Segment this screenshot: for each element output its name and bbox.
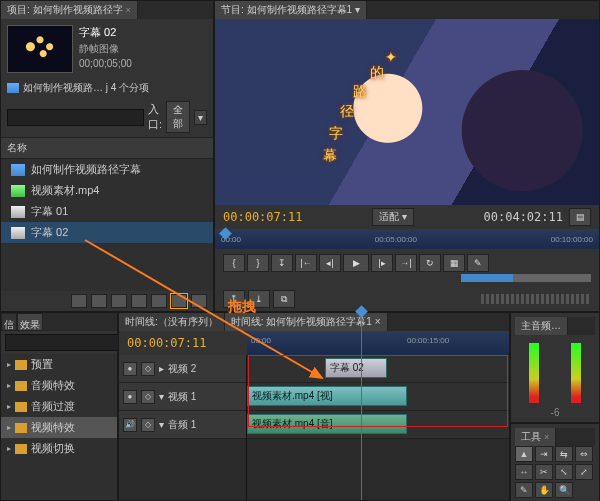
audio-mixer-tab[interactable]: 主音频…: [515, 317, 568, 335]
new-bin-button[interactable]: [151, 294, 167, 308]
asset-list: 如何制作视频路径字幕 视频素材.mp4 字幕 01 字幕 02: [1, 159, 213, 291]
project-search-input[interactable]: [7, 109, 144, 126]
entry-dropdown[interactable]: 全部: [166, 101, 190, 133]
selection-tool[interactable]: ▲: [515, 446, 533, 462]
audio-meter: [571, 343, 581, 403]
timeline-ruler[interactable]: 00:00 00:00:15:00: [247, 331, 509, 355]
program-viewport[interactable]: ✦ 的 路 径 字 幕: [215, 19, 599, 205]
asset-item[interactable]: 字幕 01: [1, 201, 213, 222]
lift-button[interactable]: ⤒: [223, 290, 245, 308]
effects-folder[interactable]: ▸音频过渡: [1, 396, 117, 417]
effects-folder[interactable]: ▸音频特效: [1, 375, 117, 396]
goto-in-button[interactable]: |←: [295, 254, 317, 272]
clip-kind: 静帧图像: [79, 42, 132, 56]
auto-button[interactable]: [111, 294, 127, 308]
folder-icon: [7, 83, 19, 93]
total-timecode: 00:04:02:11: [484, 210, 563, 224]
track-lane[interactable]: 视频素材.mp4 [音]: [247, 411, 509, 439]
safe-margin-button[interactable]: ▦: [443, 254, 465, 272]
tools-tab[interactable]: 工具×: [515, 428, 556, 446]
track-lane[interactable]: 字幕 02: [247, 355, 509, 383]
set-in-button[interactable]: ↧: [271, 254, 293, 272]
track-toggle-output-button[interactable]: ●: [123, 362, 137, 376]
zoom-dropdown[interactable]: 适配 ▾: [372, 208, 414, 226]
step-back-button[interactable]: ◂|: [319, 254, 341, 272]
timeline-playhead[interactable]: [361, 313, 362, 500]
track-header[interactable]: ● ◇ ▸视频 2: [119, 355, 246, 383]
effects-tab[interactable]: 效果: [17, 313, 43, 331]
timeline-clip-title[interactable]: 字幕 02: [325, 358, 387, 378]
effects-folder[interactable]: ▸视频切换: [1, 438, 117, 459]
rate-stretch-tool[interactable]: ↔: [515, 464, 533, 480]
effects-folder[interactable]: ▸预置: [1, 354, 117, 375]
track-header[interactable]: ● ◇ ▾视频 1: [119, 383, 246, 411]
list-view-button[interactable]: [71, 294, 87, 308]
project-icon: [11, 164, 25, 176]
close-icon[interactable]: ×: [126, 5, 131, 15]
title-icon: [11, 206, 25, 218]
timeline-timecode[interactable]: 00:00:07:11: [127, 336, 206, 350]
folder-icon: [15, 381, 27, 391]
asset-item[interactable]: 如何制作视频路径字幕: [1, 159, 213, 180]
step-fwd-button[interactable]: |▸: [371, 254, 393, 272]
icon-view-button[interactable]: [91, 294, 107, 308]
clip-name: 字幕 02: [79, 25, 132, 40]
zoom-tool[interactable]: 🔍: [555, 482, 573, 498]
mark-in-button[interactable]: {: [223, 254, 245, 272]
bin-info: 如何制作视频路… j 4 个分项: [23, 81, 149, 95]
folder-icon: [15, 444, 27, 454]
column-header-name[interactable]: 名称: [1, 137, 213, 159]
goto-out-button[interactable]: →|: [395, 254, 417, 272]
clip-duration: 00;00;05;00: [79, 58, 132, 69]
loop-button[interactable]: ↻: [419, 254, 441, 272]
timeline-clip-audio[interactable]: 视频素材.mp4 [音]: [247, 414, 407, 434]
clip-thumbnail: [7, 25, 73, 73]
video-icon: [11, 185, 25, 197]
folder-icon: [15, 423, 27, 433]
timeline-tab-empty[interactable]: 时间线:（没有序列）: [119, 313, 225, 331]
extract-button[interactable]: ⤓: [248, 290, 270, 308]
asset-item[interactable]: 字幕 02: [1, 222, 213, 243]
project-tab[interactable]: 项目: 如何制作视频路径字×: [1, 1, 138, 19]
effects-tree: ▸预置 ▸音频特效 ▸音频过渡 ▸视频特效 ▸视频切换: [1, 354, 117, 500]
new-item-button[interactable]: [171, 294, 187, 308]
entry-label: 入口:: [148, 102, 162, 132]
folder-icon: [15, 360, 27, 370]
info-tab[interactable]: 信: [1, 313, 17, 331]
track-mute-button[interactable]: 🔊: [123, 418, 137, 432]
db-label: -6: [515, 407, 595, 418]
track-select-tool[interactable]: ⇥: [535, 446, 553, 462]
asset-item[interactable]: 视频素材.mp4: [1, 180, 213, 201]
slip-tool[interactable]: ⤡: [555, 464, 573, 480]
shuttle-slider[interactable]: [461, 274, 591, 282]
entry-caret-icon[interactable]: ▾: [194, 110, 207, 125]
razor-tool[interactable]: ✂: [535, 464, 553, 480]
track-header[interactable]: 🔊 ◇ ▾音频 1: [119, 411, 246, 439]
track-toggle-output-button[interactable]: ●: [123, 390, 137, 404]
play-button[interactable]: ▶: [343, 254, 369, 272]
folder-icon: [15, 402, 27, 412]
output-button[interactable]: ▤: [569, 208, 591, 226]
track-lock-button[interactable]: ◇: [141, 390, 155, 404]
trash-button[interactable]: [191, 294, 207, 308]
ripple-tool[interactable]: ⇆: [555, 446, 573, 462]
jog-wheel[interactable]: [481, 294, 591, 304]
slide-tool[interactable]: ⤢: [575, 464, 593, 480]
rolling-tool[interactable]: ⇔: [575, 446, 593, 462]
hand-tool[interactable]: ✋: [535, 482, 553, 498]
title-icon: [11, 227, 25, 239]
track-lock-button[interactable]: ◇: [141, 362, 155, 376]
timeline-clip-video[interactable]: 视频素材.mp4 [视]: [247, 386, 407, 406]
pen-tool[interactable]: ✎: [515, 482, 533, 498]
trim-button[interactable]: ⧉: [273, 290, 295, 308]
track-lane[interactable]: 视频素材.mp4 [视]: [247, 383, 509, 411]
mark-out-button[interactable]: }: [247, 254, 269, 272]
export-frame-button[interactable]: ✎: [467, 254, 489, 272]
current-timecode[interactable]: 00:00:07:11: [223, 210, 302, 224]
program-tab[interactable]: 节目: 如何制作视频路径字幕1 ▾: [215, 1, 367, 19]
audio-meter: [529, 343, 539, 403]
track-lock-button[interactable]: ◇: [141, 418, 155, 432]
effects-folder[interactable]: ▸视频特效: [1, 417, 117, 438]
program-time-ruler[interactable]: 00:00 00:05:00:00 00:10:00:00: [215, 229, 599, 249]
find-button[interactable]: [131, 294, 147, 308]
